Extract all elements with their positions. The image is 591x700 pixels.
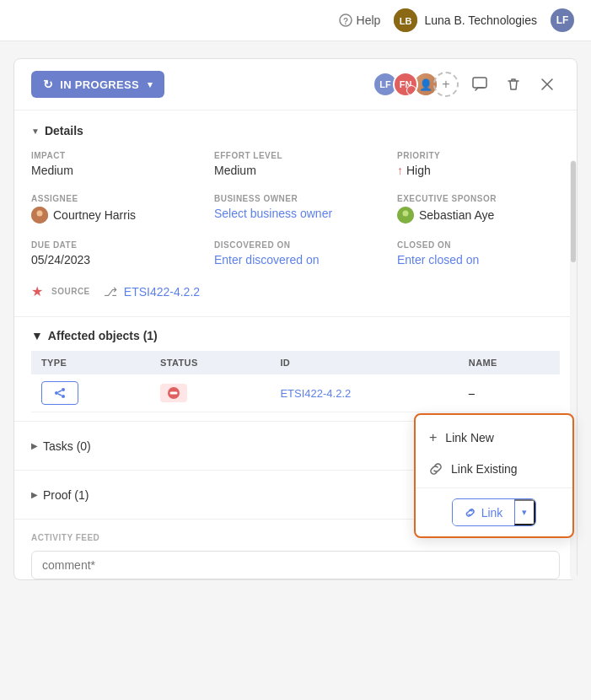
link-icon	[429, 462, 443, 476]
dropdown-divider	[416, 487, 572, 488]
col-id: ID	[270, 351, 458, 374]
link-button-row: Link ▾	[416, 492, 572, 530]
link-button: Link ▾	[452, 498, 537, 526]
delete-button[interactable]	[501, 72, 526, 97]
executive-sponsor-avatar	[397, 207, 414, 223]
source-link[interactable]: ETSI422-4.2.2	[124, 285, 200, 299]
top-bar: ? Help LB Luna B. Technologies LF	[0, 0, 591, 41]
chevron-down-icon: ▾	[148, 79, 153, 90]
plus-icon-new: +	[429, 430, 437, 445]
fields-row-2: ASSIGNEE Courtney Harris BUSINESS OWNER …	[31, 194, 560, 240]
required-indicator: ★	[31, 283, 43, 299]
svg-line-13	[58, 394, 62, 396]
assignee-photo	[31, 207, 48, 223]
no-entry-icon	[167, 386, 180, 400]
add-collaborator-button[interactable]: +	[433, 72, 459, 97]
col-name: NAME	[459, 351, 560, 374]
proof-toggle[interactable]: ▶ Proof (1)	[31, 488, 89, 502]
affected-objects-header: ▼ Affected objects (1)	[31, 317, 560, 351]
company-logo: LB	[394, 8, 417, 32]
collapse-affected-icon: ▼	[31, 329, 43, 342]
link-dropdown: + Link New Link Existing Link ▾	[414, 413, 574, 538]
comment-button[interactable]	[467, 72, 492, 97]
svg-point-11	[62, 395, 65, 398]
refresh-icon: ↻	[43, 78, 53, 91]
svg-point-10	[62, 388, 65, 391]
svg-line-12	[58, 390, 62, 392]
priority-field: PRIORITY ↑ High	[397, 151, 560, 177]
executive-sponsor-value-row: Sebastian Aye	[397, 207, 560, 223]
type-icon	[52, 385, 67, 401]
tasks-toggle[interactable]: ▶ Tasks (0)	[31, 439, 91, 453]
user-avatar[interactable]: LF	[551, 8, 574, 32]
link-existing-item[interactable]: Link Existing	[416, 454, 572, 484]
help-link[interactable]: ? Help	[339, 13, 381, 27]
status-cell	[150, 374, 271, 412]
table-header: TYPE STATUS ID NAME	[31, 351, 560, 374]
svg-text:?: ?	[343, 17, 348, 26]
due-date-field: DUE DATE 05/24/2023	[31, 240, 194, 267]
link-btn-main[interactable]: Link	[453, 500, 515, 525]
col-status: STATUS	[150, 351, 271, 374]
fields-row-3: DUE DATE 05/24/2023 DISCOVERED ON Enter …	[31, 240, 560, 283]
scrollbar-thumb[interactable]	[571, 161, 576, 262]
link-btn-dropdown[interactable]: ▾	[514, 499, 535, 525]
table-row: ETSI422-4.2.2 –	[31, 374, 560, 412]
company-selector[interactable]: LB Luna B. Technologies	[394, 8, 537, 32]
toolbar-actions: LF FN 👤 +	[373, 72, 560, 97]
closed-on-field: CLOSED ON Enter closed on	[397, 240, 560, 267]
col-type: TYPE	[31, 351, 150, 374]
source-icon: ⎇	[104, 285, 117, 299]
exec-sponsor-photo	[397, 207, 414, 223]
impact-field: IMPACT Medium	[31, 151, 194, 177]
svg-rect-4	[473, 78, 486, 88]
effort-field: EFFORT LEVEL Medium	[214, 151, 377, 177]
svg-point-8	[403, 211, 409, 217]
close-button[interactable]	[535, 72, 560, 97]
close-icon	[540, 78, 554, 91]
fields-row-1: IMPACT Medium EFFORT LEVEL Medium PRIORI…	[31, 151, 560, 194]
expand-tasks-icon: ▶	[31, 441, 38, 450]
executive-sponsor-field: EXECUTIVE SPONSOR Sebastian Aye	[397, 194, 560, 223]
link-new-item[interactable]: + Link New	[416, 422, 572, 454]
svg-rect-15	[169, 392, 177, 395]
object-id-link[interactable]: ETSI422-4.2.2	[280, 387, 351, 400]
avatar-fn[interactable]: FN	[393, 72, 418, 97]
status-button[interactable]: ↻ IN PROGRESS ▾	[31, 71, 164, 98]
expand-proof-icon: ▶	[31, 490, 38, 499]
affected-objects-section: ▼ Affected objects (1) TYPE STATUS ID NA…	[14, 317, 577, 412]
business-owner-field: BUSINESS OWNER Select business owner	[214, 194, 377, 223]
svg-point-6	[37, 211, 43, 217]
trash-icon	[506, 77, 521, 92]
comment-input-row	[31, 551, 560, 579]
company-avatar: LB	[394, 8, 417, 32]
link-btn-icon	[465, 507, 476, 519]
affected-objects-toggle[interactable]: ▼ Affected objects (1)	[31, 329, 158, 342]
assignee-value-row: Courtney Harris	[31, 207, 194, 223]
details-toggle[interactable]: ▼ Details	[31, 124, 560, 137]
name-cell: –	[459, 374, 560, 412]
assignee-avatar	[31, 207, 48, 223]
type-cell	[31, 374, 150, 412]
svg-text:LB: LB	[400, 16, 412, 26]
id-cell: ETSI422-4.2.2	[270, 374, 458, 412]
collapse-icon: ▼	[31, 127, 40, 136]
status-icon	[160, 384, 187, 402]
help-icon: ?	[339, 13, 352, 27]
priority-arrow-icon: ↑	[397, 164, 403, 177]
card-toolbar: ↻ IN PROGRESS ▾ LF FN 👤 +	[14, 59, 577, 110]
type-icon-cell	[41, 381, 78, 405]
assignee-field: ASSIGNEE Courtney Harris	[31, 194, 194, 223]
collaborator-avatars: LF FN 👤 +	[373, 72, 459, 97]
discovered-on-field: DISCOVERED ON Enter discovered on	[214, 240, 377, 267]
source-field: ★ SOURCE ⎇ ETSI422-4.2.2	[31, 283, 560, 316]
comment-icon	[472, 77, 487, 92]
comment-input[interactable]	[31, 551, 560, 579]
affected-objects-table: TYPE STATUS ID NAME	[31, 351, 560, 412]
details-section: ▼ Details IMPACT Medium EFFORT LEVEL Med…	[14, 110, 577, 316]
svg-point-9	[55, 391, 58, 395]
